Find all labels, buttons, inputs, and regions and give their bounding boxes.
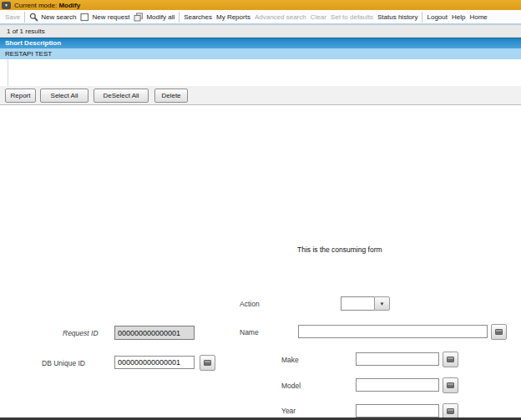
delete-button[interactable]: Delete: [154, 89, 188, 103]
select-all-button[interactable]: Select All: [40, 89, 89, 103]
searches-menu[interactable]: Searches: [184, 13, 212, 21]
mode-prefix: Current mode:: [14, 2, 57, 9]
set-to-defaults-button[interactable]: Set to defaults: [331, 13, 373, 21]
model-detail-button[interactable]: [443, 377, 458, 393]
modify-all-button[interactable]: Modify all: [134, 13, 175, 22]
make-detail-button[interactable]: [443, 352, 458, 367]
collapse-arrow-icon[interactable]: ▼: [2, 2, 11, 9]
results-button-bar: Report Select All DeSelect All Delete: [0, 86, 521, 105]
toolbar-separator: [24, 12, 25, 23]
report-button[interactable]: Report: [5, 89, 36, 103]
make-label: Make: [281, 356, 299, 364]
mode-bar: ▼ Current mode: Modify: [0, 0, 521, 10]
name-input[interactable]: [298, 325, 488, 338]
toolbar-separator: [179, 12, 180, 23]
my-reports-menu[interactable]: My Reports: [216, 13, 250, 21]
copy-pages-icon: [134, 13, 144, 22]
detail-icon: [495, 329, 503, 335]
toolbar: Save New search New request Modify all S…: [0, 10, 521, 25]
year-input[interactable]: [356, 404, 439, 417]
status-history-button[interactable]: Status history: [377, 13, 417, 21]
model-input[interactable]: [356, 378, 439, 392]
current-mode-label: Current mode: Modify: [14, 2, 80, 9]
db-unique-id-input[interactable]: [114, 356, 195, 369]
home-button[interactable]: Home: [469, 13, 487, 21]
new-window-icon: [80, 13, 89, 22]
model-label: Model: [281, 382, 301, 390]
search-icon: [29, 13, 38, 22]
mode-value: Modify: [58, 2, 80, 9]
request-id-label: Request ID: [63, 329, 99, 337]
name-detail-button[interactable]: [491, 324, 507, 340]
request-id-field: [114, 326, 195, 340]
new-search-button[interactable]: New search: [29, 13, 76, 22]
results-count-bar: 1 of 1 results: [0, 25, 521, 38]
action-label: Action: [240, 300, 260, 308]
name-label: Name: [240, 328, 259, 337]
action-dropdown-value: [341, 296, 374, 311]
chevron-down-icon[interactable]: ▼: [374, 296, 390, 311]
advanced-search-button[interactable]: Advanced search: [255, 13, 306, 21]
help-button[interactable]: Help: [452, 13, 465, 21]
action-dropdown[interactable]: ▼: [341, 296, 390, 311]
detail-icon: [447, 382, 454, 388]
save-button[interactable]: Save: [5, 13, 20, 21]
new-request-label: New request: [92, 13, 129, 21]
year-label: Year: [281, 407, 296, 415]
logout-button[interactable]: Logout: [427, 13, 447, 21]
column-header-short-description[interactable]: Short Description: [0, 38, 521, 48]
app-window: ▼ Current mode: Modify Save New search N…: [0, 0, 521, 420]
new-search-label: New search: [41, 13, 76, 21]
db-unique-id-detail-button[interactable]: [200, 355, 215, 371]
clear-button[interactable]: Clear: [311, 13, 326, 21]
toolbar-separator: [422, 12, 422, 23]
detail-icon: [204, 360, 211, 366]
detail-icon: [447, 357, 454, 362]
make-input[interactable]: [356, 352, 439, 366]
form-heading: This is the consuming form: [297, 245, 382, 254]
detail-icon: [447, 408, 454, 414]
new-request-button[interactable]: New request: [80, 13, 129, 22]
deselect-all-button[interactable]: DeSelect All: [94, 89, 149, 103]
db-unique-id-label: DB Unique ID: [42, 359, 85, 367]
table-row[interactable]: RESTAPI TEST: [0, 48, 521, 59]
modify-all-label: Modify all: [146, 13, 175, 21]
